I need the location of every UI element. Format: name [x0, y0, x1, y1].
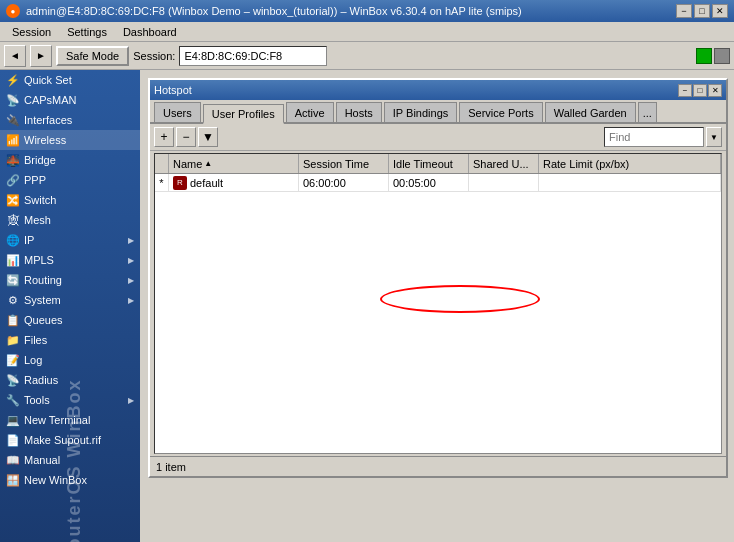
th-shared-users[interactable]: Shared U...	[469, 154, 539, 173]
find-dropdown-button[interactable]: ▼	[706, 127, 722, 147]
indicator-gray	[714, 48, 730, 64]
hotspot-title-bar: Hotspot − □ ✕	[150, 80, 726, 100]
title-bar-left: ● admin@E4:8D:8C:69:DC:F8 (Winbox Demo –…	[6, 4, 522, 18]
sidebar-item-mpls[interactable]: 📊 MPLS ▶	[0, 250, 140, 270]
menu-settings[interactable]: Settings	[59, 24, 115, 40]
sidebar: ⚡ Quick Set 📡 CAPsMAN 🔌 Interfaces 📶 Wir…	[0, 70, 140, 542]
ip-expand-arrow: ▶	[128, 236, 134, 245]
safe-mode-button[interactable]: Safe Mode	[56, 46, 129, 66]
session-label: Session:	[133, 50, 175, 62]
new-terminal-icon: 💻	[6, 413, 20, 427]
hotspot-title: Hotspot	[154, 84, 192, 96]
indicator-green	[696, 48, 712, 64]
hotspot-maximize-button[interactable]: □	[693, 84, 707, 97]
files-icon: 📁	[6, 333, 20, 347]
title-bar-buttons: − □ ✕	[676, 4, 728, 18]
radius-icon: 📡	[6, 373, 20, 387]
menu-dashboard[interactable]: Dashboard	[115, 24, 185, 40]
th-idle-timeout[interactable]: Idle Timeout	[389, 154, 469, 173]
tab-active[interactable]: Active	[286, 102, 334, 122]
sidebar-item-log[interactable]: 📝 Log	[0, 350, 140, 370]
status-indicators	[696, 48, 730, 64]
sidebar-item-mesh[interactable]: 🕸 Mesh	[0, 210, 140, 230]
th-rate-limit[interactable]: Rate Limit (px/bx)	[539, 154, 721, 173]
menu-session[interactable]: Session	[4, 24, 59, 40]
sidebar-item-files[interactable]: 📁 Files	[0, 330, 140, 350]
add-button[interactable]: +	[154, 127, 174, 147]
sidebar-item-interfaces[interactable]: 🔌 Interfaces	[0, 110, 140, 130]
tools-expand-arrow: ▶	[128, 396, 134, 405]
td-idle-timeout: 00:05:00	[389, 174, 469, 191]
remove-button[interactable]: −	[176, 127, 196, 147]
table-row[interactable]: * R default 06:00:00 00:05:00	[155, 174, 721, 192]
main-layout: ⚡ Quick Set 📡 CAPsMAN 🔌 Interfaces 📶 Wir…	[0, 70, 734, 542]
hotspot-close-button[interactable]: ✕	[708, 84, 722, 97]
sidebar-item-capsman[interactable]: 📡 CAPsMAN	[0, 90, 140, 110]
status-text: 1 item	[156, 461, 186, 473]
tab-service-ports[interactable]: Service Ports	[459, 102, 542, 122]
content-area: Hotspot − □ ✕ Users User Profiles Active…	[140, 70, 734, 542]
hs-status-bar: 1 item	[150, 456, 726, 476]
minimize-button[interactable]: −	[676, 4, 692, 18]
tab-walled-garden[interactable]: Walled Garden	[545, 102, 636, 122]
sidebar-item-ppp[interactable]: 🔗 PPP	[0, 170, 140, 190]
td-shared-users	[469, 174, 539, 191]
sort-icon: ▲	[204, 159, 212, 168]
new-winbox-icon: 🪟	[6, 473, 20, 487]
maximize-button[interactable]: □	[694, 4, 710, 18]
hs-toolbar: + − ▼ ▼	[150, 124, 726, 151]
tab-ip-bindings[interactable]: IP Bindings	[384, 102, 457, 122]
td-session-time: 06:00:00	[299, 174, 389, 191]
sidebar-item-ip[interactable]: 🌐 IP ▶	[0, 230, 140, 250]
th-name[interactable]: Name ▲	[169, 154, 299, 173]
sidebar-item-switch[interactable]: 🔀 Switch	[0, 190, 140, 210]
title-bar: ● admin@E4:8D:8C:69:DC:F8 (Winbox Demo –…	[0, 0, 734, 22]
tab-users[interactable]: Users	[154, 102, 201, 122]
sidebar-item-queues[interactable]: 📋 Queues	[0, 310, 140, 330]
filter-button[interactable]: ▼	[198, 127, 218, 147]
ppp-icon: 🔗	[6, 173, 20, 187]
make-supout-icon: 📄	[6, 433, 20, 447]
table-container: Name ▲ Session Time Idle Timeout Shared …	[154, 153, 722, 454]
find-input[interactable]	[604, 127, 704, 147]
mpls-icon: 📊	[6, 253, 20, 267]
sidebar-item-wireless[interactable]: 📶 Wireless	[0, 130, 140, 150]
queues-icon: 📋	[6, 313, 20, 327]
forward-button[interactable]: ►	[30, 45, 52, 67]
log-icon: 📝	[6, 353, 20, 367]
sidebar-item-bridge[interactable]: 🌉 Bridge	[0, 150, 140, 170]
title-text: admin@E4:8D:8C:69:DC:F8 (Winbox Demo – w…	[26, 5, 522, 17]
tab-user-profiles[interactable]: User Profiles	[203, 104, 284, 124]
tools-icon: 🔧	[6, 393, 20, 407]
sidebar-item-system[interactable]: ⚙ System ▶	[0, 290, 140, 310]
th-session-time[interactable]: Session Time	[299, 154, 389, 173]
td-name: R default	[169, 174, 299, 191]
mpls-expand-arrow: ▶	[128, 256, 134, 265]
main-toolbar: ◄ ► Safe Mode Session:	[0, 42, 734, 70]
quickset-icon: ⚡	[6, 73, 20, 87]
th-marker	[155, 154, 169, 173]
tab-hosts[interactable]: Hosts	[336, 102, 382, 122]
tabs-bar: Users User Profiles Active Hosts IP Bind…	[150, 100, 726, 124]
table-area: Name ▲ Session Time Idle Timeout Shared …	[150, 151, 726, 456]
mesh-icon: 🕸	[6, 213, 20, 227]
session-input[interactable]	[179, 46, 327, 66]
menu-bar: Session Settings Dashboard	[0, 22, 734, 42]
app-icon: ●	[6, 4, 20, 18]
back-button[interactable]: ◄	[4, 45, 26, 67]
hotspot-minimize-button[interactable]: −	[678, 84, 692, 97]
sidebar-item-routing[interactable]: 🔄 Routing ▶	[0, 270, 140, 290]
row-marker: *	[155, 174, 169, 191]
td-rate-limit	[539, 174, 721, 191]
system-expand-arrow: ▶	[128, 296, 134, 305]
sidebar-item-quickset[interactable]: ⚡ Quick Set	[0, 70, 140, 90]
manual-icon: 📖	[6, 453, 20, 467]
close-button[interactable]: ✕	[712, 4, 728, 18]
tab-more[interactable]: ...	[638, 102, 657, 122]
system-icon: ⚙	[6, 293, 20, 307]
hotspot-title-buttons: − □ ✕	[678, 84, 722, 97]
capsman-icon: 📡	[6, 93, 20, 107]
bridge-icon: 🌉	[6, 153, 20, 167]
row-icon: R	[173, 176, 187, 190]
hotspot-inner: Users User Profiles Active Hosts IP Bind…	[150, 100, 726, 476]
